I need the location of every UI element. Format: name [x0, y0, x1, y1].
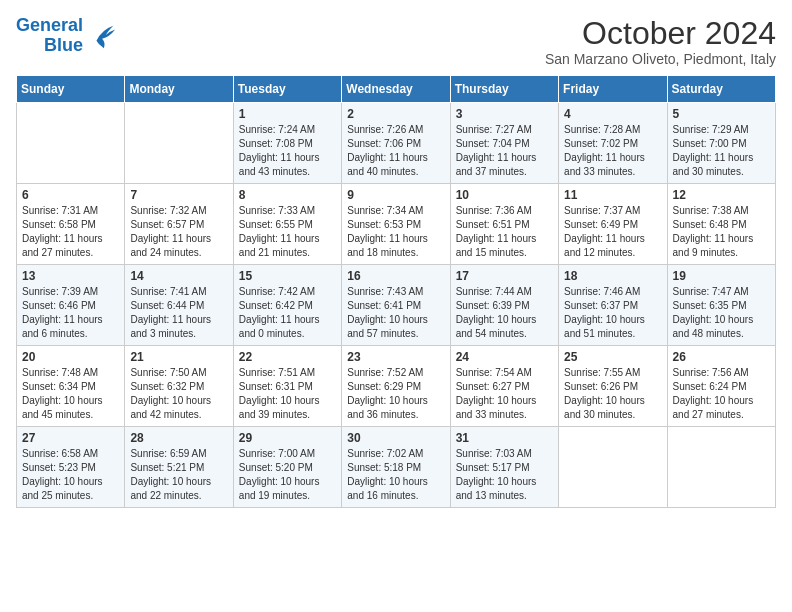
- table-row: 18Sunrise: 7:46 AMSunset: 6:37 PMDayligh…: [559, 265, 667, 346]
- table-row: 28Sunrise: 6:59 AMSunset: 5:21 PMDayligh…: [125, 427, 233, 508]
- table-row: 16Sunrise: 7:43 AMSunset: 6:41 PMDayligh…: [342, 265, 450, 346]
- table-row: 10Sunrise: 7:36 AMSunset: 6:51 PMDayligh…: [450, 184, 558, 265]
- table-row: 4Sunrise: 7:28 AMSunset: 7:02 PMDaylight…: [559, 103, 667, 184]
- header-friday: Friday: [559, 76, 667, 103]
- table-row: 8Sunrise: 7:33 AMSunset: 6:55 PMDaylight…: [233, 184, 341, 265]
- table-row: [17, 103, 125, 184]
- logo-bird-icon: [89, 22, 117, 50]
- header-monday: Monday: [125, 76, 233, 103]
- logo: General Blue: [16, 16, 117, 56]
- table-row: [559, 427, 667, 508]
- table-row: 7Sunrise: 7:32 AMSunset: 6:57 PMDaylight…: [125, 184, 233, 265]
- table-row: 31Sunrise: 7:03 AMSunset: 5:17 PMDayligh…: [450, 427, 558, 508]
- table-row: 3Sunrise: 7:27 AMSunset: 7:04 PMDaylight…: [450, 103, 558, 184]
- logo-text-general: General: [16, 16, 83, 36]
- table-row: 13Sunrise: 7:39 AMSunset: 6:46 PMDayligh…: [17, 265, 125, 346]
- table-row: 19Sunrise: 7:47 AMSunset: 6:35 PMDayligh…: [667, 265, 775, 346]
- logo-text-blue: Blue: [44, 36, 83, 56]
- table-row: 9Sunrise: 7:34 AMSunset: 6:53 PMDaylight…: [342, 184, 450, 265]
- table-row: 25Sunrise: 7:55 AMSunset: 6:26 PMDayligh…: [559, 346, 667, 427]
- title-block: October 2024 San Marzano Oliveto, Piedmo…: [545, 16, 776, 67]
- table-row: 21Sunrise: 7:50 AMSunset: 6:32 PMDayligh…: [125, 346, 233, 427]
- table-row: 6Sunrise: 7:31 AMSunset: 6:58 PMDaylight…: [17, 184, 125, 265]
- header-tuesday: Tuesday: [233, 76, 341, 103]
- table-row: 5Sunrise: 7:29 AMSunset: 7:00 PMDaylight…: [667, 103, 775, 184]
- header-wednesday: Wednesday: [342, 76, 450, 103]
- table-row: 23Sunrise: 7:52 AMSunset: 6:29 PMDayligh…: [342, 346, 450, 427]
- table-row: 1Sunrise: 7:24 AMSunset: 7:08 PMDaylight…: [233, 103, 341, 184]
- table-row: 27Sunrise: 6:58 AMSunset: 5:23 PMDayligh…: [17, 427, 125, 508]
- calendar-subtitle: San Marzano Oliveto, Piedmont, Italy: [545, 51, 776, 67]
- table-row: 14Sunrise: 7:41 AMSunset: 6:44 PMDayligh…: [125, 265, 233, 346]
- header-row: Sunday Monday Tuesday Wednesday Thursday…: [17, 76, 776, 103]
- table-row: 15Sunrise: 7:42 AMSunset: 6:42 PMDayligh…: [233, 265, 341, 346]
- table-row: 17Sunrise: 7:44 AMSunset: 6:39 PMDayligh…: [450, 265, 558, 346]
- calendar-title: October 2024: [545, 16, 776, 51]
- table-row: [667, 427, 775, 508]
- table-row: 30Sunrise: 7:02 AMSunset: 5:18 PMDayligh…: [342, 427, 450, 508]
- table-row: 24Sunrise: 7:54 AMSunset: 6:27 PMDayligh…: [450, 346, 558, 427]
- header-thursday: Thursday: [450, 76, 558, 103]
- page-header: General Blue October 2024 San Marzano Ol…: [16, 16, 776, 67]
- table-row: 26Sunrise: 7:56 AMSunset: 6:24 PMDayligh…: [667, 346, 775, 427]
- header-saturday: Saturday: [667, 76, 775, 103]
- header-sunday: Sunday: [17, 76, 125, 103]
- table-row: 22Sunrise: 7:51 AMSunset: 6:31 PMDayligh…: [233, 346, 341, 427]
- table-row: 11Sunrise: 7:37 AMSunset: 6:49 PMDayligh…: [559, 184, 667, 265]
- table-row: [125, 103, 233, 184]
- table-row: 12Sunrise: 7:38 AMSunset: 6:48 PMDayligh…: [667, 184, 775, 265]
- table-row: 2Sunrise: 7:26 AMSunset: 7:06 PMDaylight…: [342, 103, 450, 184]
- calendar-table: Sunday Monday Tuesday Wednesday Thursday…: [16, 75, 776, 508]
- table-row: 20Sunrise: 7:48 AMSunset: 6:34 PMDayligh…: [17, 346, 125, 427]
- table-row: 29Sunrise: 7:00 AMSunset: 5:20 PMDayligh…: [233, 427, 341, 508]
